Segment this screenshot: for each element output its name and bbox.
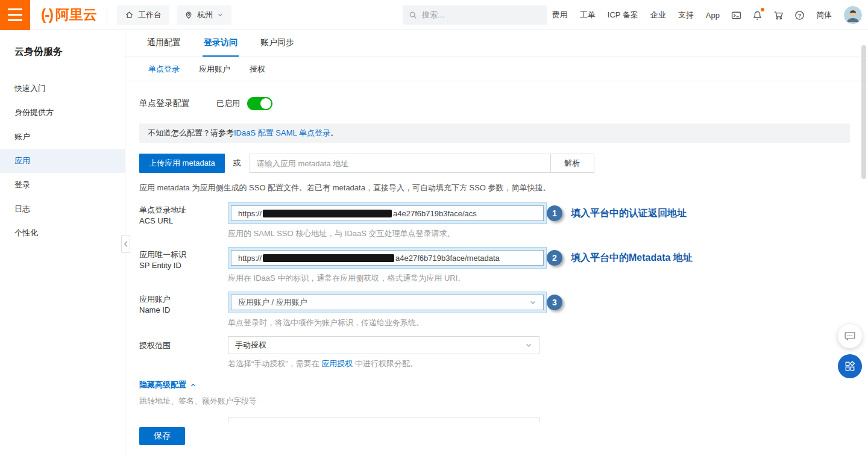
acs-url-label: 单点登录地址 ACS URL [139, 202, 228, 247]
notification-bell-icon[interactable] [752, 10, 763, 20]
sso-form: 单点登录地址 ACS URL https://a4e27f6b719b3face… [139, 202, 850, 436]
or-label: 或 [233, 158, 241, 169]
sso-config-label: 单点登录配置 [139, 98, 190, 109]
redaction-bar [263, 210, 392, 217]
name-id-label: 应用账户 Name ID [139, 292, 228, 336]
nav-link-tickets[interactable]: 工单 [580, 10, 596, 20]
name-id-helper: 单点登录时，将选中项作为账户标识，传递给业务系统。 [228, 317, 547, 328]
auth-scope-value: 手动授权 [235, 340, 266, 351]
sidebar-item-quickstart[interactable]: 快速入门 [0, 77, 125, 101]
acs-url-row: 单点登录地址 ACS URL https://a4e27f6b719b3face… [139, 202, 850, 247]
sidebar-item-personalization[interactable]: 个性化 [0, 221, 125, 245]
help-doc-link[interactable]: IDaaS 配置 SAML 单点登录 [234, 128, 330, 139]
sso-status-label: 已启用 [216, 98, 240, 109]
acs-value-suffix: a4e27f6b719b3face/acs [393, 209, 477, 218]
help-icon[interactable]: ? [794, 10, 805, 20]
search-box[interactable]: 搜索... [403, 5, 547, 25]
acs-url-highlight: https://a4e27f6b719b3face/acs [228, 202, 547, 224]
tab-account-sync[interactable]: 账户同步 [259, 30, 295, 57]
sidebar-item-logs[interactable]: 日志 [0, 197, 125, 221]
nav-link-app[interactable]: App [706, 11, 720, 20]
auth-scope-select[interactable]: 手动授权 [228, 336, 539, 354]
name-id-row: 应用账户 Name ID 应用账户 / 应用账户 单点登录时，将选中项作为账户标… [139, 292, 850, 336]
nav-link-icp[interactable]: ICP 备案 [608, 10, 638, 20]
help-infobar: 不知道怎么配置？请参考 IDaaS 配置 SAML 单点登录 。 [139, 123, 850, 143]
name-id-select[interactable]: 应用账户 / 应用账户 [231, 295, 544, 310]
name-id-highlight: 应用账户 / 应用账户 [228, 292, 547, 313]
subtab-bar: 单点登录 应用账户 授权 [125, 57, 868, 81]
tab-general-config[interactable]: 通用配置 [146, 30, 182, 57]
help-text-suffix: 。 [330, 128, 338, 139]
advanced-config-toggle[interactable]: 隐藏高级配置 [139, 379, 197, 390]
sidebar-item-applications[interactable]: 应用 [0, 149, 125, 173]
acs-value-prefix: https:// [238, 209, 262, 218]
sp-entity-row: 应用唯一标识 SP Entity ID https://a4e27f6b719b… [139, 247, 850, 292]
aliyun-logo-text: 阿里云 [55, 5, 97, 24]
nameid-label-en: Name ID [139, 305, 228, 316]
nav-link-support[interactable]: 支持 [678, 10, 694, 20]
subtab-app-account[interactable]: 应用账户 [199, 64, 230, 75]
app-authorization-link[interactable]: 应用授权 [321, 359, 353, 368]
language-switcher[interactable]: 简体 [816, 10, 832, 20]
search-placeholder: 搜索... [422, 10, 444, 20]
advanced-description: 跳转地址、签名、额外账户字段等 [139, 396, 850, 407]
advanced-toggle-label: 隐藏高级配置 [139, 379, 186, 390]
parse-button[interactable]: 解析 [551, 154, 594, 173]
notification-dot [761, 8, 764, 11]
auth-scope-row: 授权范围 手动授权 若选择“手动授权”，需要在 应用授权 中进行权限分配。 [139, 336, 850, 377]
cloudshell-terminal-icon[interactable] [731, 10, 741, 20]
vertical-scrollbar[interactable] [861, 45, 866, 179]
annotation-2: 2 填入平台中的Metadata 地址 [547, 250, 693, 266]
metadata-description: 应用 metadata 为应用侧生成的 SSO 配置文件。若已有 metadat… [139, 183, 850, 193]
grid-diamond-icon [844, 360, 856, 372]
upload-metadata-button[interactable]: 上传应用 metadata [139, 154, 225, 173]
sp-entity-input[interactable]: https://a4e27f6b719b3face/metadata [231, 250, 544, 266]
hamburger-menu-button[interactable] [0, 0, 30, 30]
sp-value-suffix: a4e27f6b719b3face/metadata [395, 254, 500, 263]
workbench-button[interactable]: 工作台 [117, 5, 169, 25]
nav-link-enterprise[interactable]: 企业 [650, 10, 666, 20]
avatar[interactable] [844, 6, 862, 24]
cart-icon[interactable] [773, 10, 784, 20]
acs-url-input[interactable]: https://a4e27f6b719b3face/acs [231, 205, 544, 221]
feedback-chat-button[interactable] [838, 324, 862, 348]
acs-label-cn: 单点登录地址 [139, 205, 228, 216]
chat-bubble-icon [843, 330, 857, 343]
sidebar-item-accounts[interactable]: 账户 [0, 125, 125, 149]
mini-apps-button[interactable] [838, 354, 862, 378]
sp-value-prefix: https:// [238, 254, 262, 263]
auth-scope-helper: 若选择“手动授权”，需要在 应用授权 中进行权限分配。 [228, 358, 539, 369]
sidebar-item-identity-provider[interactable]: 身份提供方 [0, 101, 125, 125]
acs-url-helper: 应用的 SAML SSO 核心地址，与 IDaaS 交互处理单点登录请求。 [228, 228, 547, 239]
sso-enabled-toggle[interactable] [247, 97, 272, 110]
topbar-divider [107, 8, 107, 22]
nav-link-billing[interactable]: 费用 [552, 10, 568, 20]
annotation-3: 3 [547, 295, 562, 310]
tab-bar: 通用配置 登录访问 账户同步 [125, 30, 868, 57]
sidebar-nav: 快速入门 身份提供方 账户 应用 登录 日志 个性化 [0, 77, 125, 245]
main-content: 通用配置 登录访问 账户同步 单点登录 应用账户 授权 单点登录配置 已启用 不… [125, 30, 868, 456]
toggle-knob [260, 98, 271, 109]
metadata-url-input[interactable] [250, 154, 551, 173]
sp-entity-helper: 应用在 IDaaS 中的标识，通常在应用侧获取，格式通常为应用 URI。 [228, 273, 547, 284]
sidebar-collapse-handle[interactable] [121, 235, 130, 253]
region-selector[interactable]: 杭州 [177, 5, 231, 25]
auth-scope-helper-suffix: 中进行权限分配。 [353, 359, 418, 368]
subtab-authorization[interactable]: 授权 [250, 64, 265, 75]
tab-login-access[interactable]: 登录访问 [203, 30, 239, 57]
sp-label-en: SP Entity ID [139, 260, 228, 271]
subtab-sso[interactable]: 单点登录 [148, 64, 180, 75]
sidebar-item-login[interactable]: 登录 [0, 173, 125, 197]
search-icon [409, 11, 417, 19]
sidebar: 云身份服务 快速入门 身份提供方 账户 应用 登录 日志 个性化 [0, 30, 125, 456]
sso-config-panel: 单点登录配置 已启用 不知道怎么配置？请参考 IDaaS 配置 SAML 单点登… [125, 97, 868, 436]
redaction-bar [263, 254, 394, 262]
annotation-1-text: 填入平台中的认证返回地址 [571, 207, 687, 220]
acs-label-en: ACS URL [139, 216, 228, 226]
chevron-down-icon [217, 11, 224, 18]
save-button[interactable]: 保存 [139, 427, 185, 445]
aliyun-logo[interactable]: (-) 阿里云 [41, 5, 97, 24]
topbar-right-nav: 费用 工单 ICP 备案 企业 支持 App ? 简体 [546, 0, 862, 30]
metadata-import-row: 上传应用 metadata 或 解析 [139, 154, 850, 173]
help-text-prefix: 不知道怎么配置？请参考 [148, 128, 234, 139]
